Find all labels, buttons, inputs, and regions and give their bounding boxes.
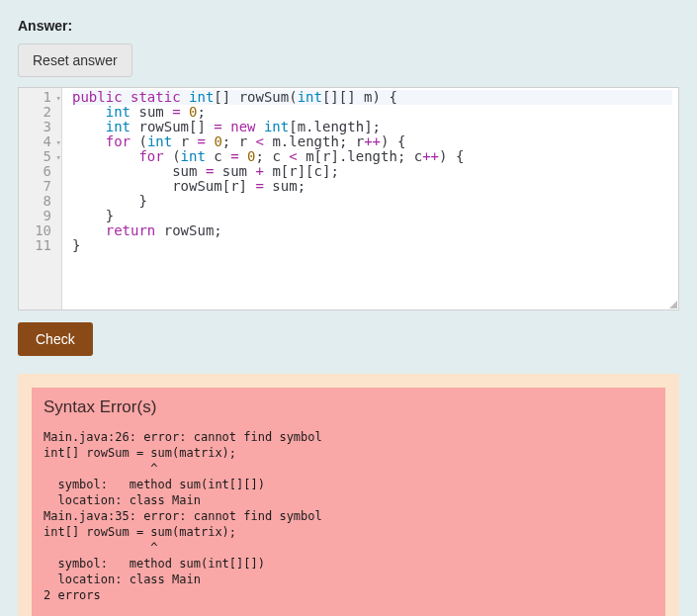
code-line[interactable]: for (int r = 0; r < m.length; r++) { — [72, 134, 672, 149]
code-line[interactable]: int rowSum[] = new int[m.length]; — [72, 120, 672, 134]
line-number: 9 — [19, 209, 61, 223]
code-line[interactable]: } — [72, 194, 672, 209]
code-area[interactable]: public static int[] rowSum(int[][] m) { … — [62, 88, 678, 309]
code-line[interactable]: sum = sum + m[r][c]; — [72, 164, 672, 179]
reset-answer-button[interactable]: Reset answer — [18, 44, 132, 77]
line-number: 4 — [19, 134, 61, 149]
line-number: 8 — [19, 194, 61, 209]
line-number: 7 — [19, 179, 61, 194]
check-button[interactable]: Check — [18, 322, 93, 356]
code-line[interactable]: } — [72, 238, 672, 253]
code-line[interactable]: public static int[] rowSum(int[][] m) { — [72, 90, 672, 105]
code-line[interactable]: return rowSum; — [72, 223, 672, 238]
line-number: 6 — [19, 164, 61, 179]
error-body: Main.java:26: error: cannot find symbol … — [44, 429, 653, 603]
line-number: 11 — [19, 238, 61, 253]
line-number: 3 — [19, 120, 61, 134]
code-line[interactable]: } — [72, 209, 672, 223]
code-editor[interactable]: 1234567891011 public static int[] rowSum… — [18, 87, 679, 310]
code-line[interactable]: int sum = 0; — [72, 105, 672, 120]
code-line[interactable]: rowSum[r] = sum; — [72, 179, 672, 194]
line-number: 10 — [19, 223, 61, 238]
error-panel: Syntax Error(s) Main.java:26: error: can… — [18, 374, 679, 616]
error-title: Syntax Error(s) — [44, 397, 653, 417]
line-number: 2 — [19, 105, 61, 120]
code-line[interactable]: for (int c = 0; c < m[r].length; c++) { — [72, 149, 672, 164]
line-number: 1 — [19, 90, 61, 105]
answer-label: Answer: — [18, 18, 679, 34]
line-number-gutter: 1234567891011 — [19, 88, 62, 309]
line-number: 5 — [19, 149, 61, 164]
